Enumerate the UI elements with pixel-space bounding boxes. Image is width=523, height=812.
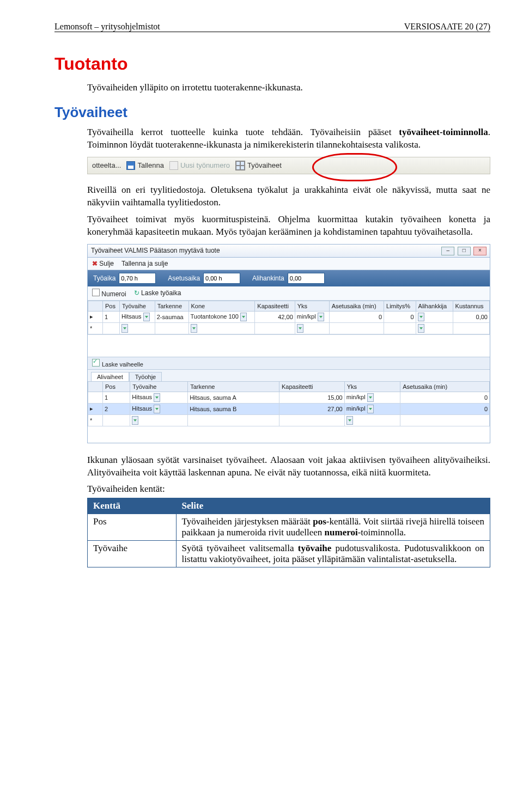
heading-tyovaiheet: Työvaiheet	[54, 104, 490, 121]
sulje-button[interactable]: ✖ Sulje	[92, 260, 114, 267]
laske-button[interactable]: ↻ Laske työaika	[134, 289, 181, 297]
col-kustannus[interactable]: Kustannus	[453, 301, 489, 311]
numeroi-button[interactable]: Numeroi	[92, 289, 126, 298]
chevron-down-icon[interactable]	[418, 313, 424, 321]
new-icon	[169, 161, 178, 170]
chevron-down-icon[interactable]	[121, 324, 128, 333]
cell-asetus[interactable]: 0	[400, 392, 490, 403]
cell-asetus[interactable]: 0	[329, 311, 384, 322]
renumber-icon	[92, 289, 100, 296]
tab-alivaiheet[interactable]: Alivaiheet	[91, 372, 129, 381]
text: -toiminnolla.	[358, 527, 406, 538]
header-left: Lemonsoft – yritysohjelmistot	[54, 22, 160, 32]
alihankinta-input[interactable]	[288, 273, 325, 284]
cell-tyovaihe[interactable]: Hitsaus	[132, 405, 152, 411]
chevron-down-icon[interactable]	[346, 416, 353, 425]
close-icon: ✖	[92, 260, 98, 267]
table-row[interactable]: ▸ 2 Hitsaus Hitsaus, sauma B 27,00 min/k…	[88, 403, 490, 414]
fields-header-kentta: Kenttä	[88, 498, 177, 514]
cell-tyovaihe[interactable]: Hitsaus	[132, 393, 152, 400]
cell-tarkenne[interactable]: Hitsaus, sauma B	[188, 403, 279, 414]
max-button[interactable]: □	[458, 247, 471, 255]
chevron-down-icon[interactable]	[154, 393, 160, 402]
asetusaika-input[interactable]	[203, 273, 240, 284]
col-kapasiteetti[interactable]: Kapasiteetti	[255, 301, 295, 311]
chevron-down-icon[interactable]	[154, 405, 160, 413]
fields-cell-kentta: Työvaihe	[88, 541, 177, 567]
tyoaika-label: Työaika	[93, 274, 115, 282]
col-pos[interactable]: Pos	[103, 301, 120, 311]
col-tarkenne[interactable]: Tarkenne	[188, 381, 279, 392]
col-kapasiteetti[interactable]: Kapasiteetti	[279, 381, 345, 392]
table-row-empty[interactable]: *	[88, 322, 490, 334]
col-tyovaihe[interactable]: Työvaihe	[119, 301, 155, 311]
cell-tarkenne[interactable]: Hitsaus, sauma A	[188, 392, 279, 403]
chevron-down-icon[interactable]	[418, 324, 424, 333]
table-header-row: Pos Työvaihe Tarkenne Kone Kapasiteetti …	[88, 301, 490, 311]
cell-kust[interactable]: 0,00	[453, 311, 489, 322]
cell-pos[interactable]: 2	[103, 403, 130, 414]
chevron-down-icon[interactable]	[318, 313, 324, 321]
window-titlebar: Työvaiheet VALMIS Päätason myytävä tuote…	[88, 245, 490, 258]
tallenna-button[interactable]: Tallenna	[126, 161, 163, 170]
chevron-down-icon[interactable]	[367, 405, 374, 413]
cell-kone[interactable]: Tuotantokone 100	[191, 313, 239, 319]
cell-yks[interactable]: min/kpl	[346, 393, 366, 400]
cell-kap[interactable]: 27,00	[279, 403, 345, 414]
cell-pos[interactable]: 1	[103, 392, 130, 403]
chevron-down-icon[interactable]	[143, 313, 150, 321]
col-asetusaika[interactable]: Asetusaika (min)	[400, 381, 490, 392]
intro-paragraph: Työvaiheiden ylläpito on irrotettu tuote…	[87, 82, 490, 94]
checkbox-icon[interactable]	[92, 359, 100, 367]
toolbar-screenshot: otteelta... Tallenna Uusi työnumero Työv…	[87, 157, 490, 174]
text-bold: pos	[313, 516, 326, 527]
alihankinta-label: Alihankinta	[252, 274, 284, 282]
chevron-down-icon[interactable]	[367, 393, 374, 402]
tallenna-label: Tallenna	[137, 161, 163, 169]
cell-kap[interactable]: 15,00	[279, 392, 345, 403]
col-yks[interactable]: Yks	[295, 301, 329, 311]
tyovaiheet-button[interactable]: Työvaiheet	[235, 161, 282, 170]
tyoaika-input[interactable]	[119, 273, 156, 284]
save-icon	[126, 161, 135, 170]
cell-kap[interactable]: 42,00	[255, 311, 295, 322]
col-tarkenne[interactable]: Tarkenne	[155, 301, 188, 311]
header-right: VERSIOSAATE 20 (27)	[404, 22, 490, 32]
tyovaiheet-label: Työvaiheet	[247, 161, 282, 169]
chevron-down-icon[interactable]	[132, 416, 138, 425]
col-alihankkija[interactable]: Alihankkija	[416, 301, 453, 311]
p1-text-a: Työvaiheilla kerrot tuotteelle kuinka tu…	[87, 127, 399, 137]
col-asetusaika[interactable]: Asetusaika (min)	[329, 301, 384, 311]
col-limitys[interactable]: Limitys%	[384, 301, 416, 311]
tallenna-sulje-button[interactable]: Tallenna ja sulje	[121, 260, 168, 267]
laske-vaiheelle-bar: Laske vaiheelle	[88, 357, 490, 370]
col-kone[interactable]: Kone	[188, 301, 255, 311]
min-button[interactable]: –	[441, 247, 454, 255]
chevron-down-icon[interactable]	[191, 324, 197, 333]
calc-icon: ↻	[134, 289, 139, 297]
cell-tyovaihe[interactable]: Hitsaus	[121, 313, 142, 319]
sub-phases-table: Pos Työvaihe Tarkenne Kapasiteetti Yks A…	[88, 381, 490, 426]
cell-yks[interactable]: min/kpl	[297, 313, 316, 319]
fields-cell-kentta: Pos	[88, 514, 177, 541]
chevron-down-icon[interactable]	[297, 324, 303, 333]
laske-vaiheelle-label[interactable]: Laske vaiheelle	[102, 361, 143, 368]
cell-asetus[interactable]: 0	[400, 403, 490, 414]
fields-row-pos: Pos Työvaiheiden järjestyksen määräät po…	[88, 514, 490, 541]
close-button[interactable]: ×	[473, 247, 486, 255]
cell-limitys[interactable]: 0	[384, 311, 416, 322]
table-row-empty[interactable]: *	[88, 414, 490, 426]
col-pos[interactable]: Pos	[103, 381, 130, 392]
col-tyovaihe[interactable]: Työvaihe	[130, 381, 188, 392]
laske-label: Laske työaika	[141, 289, 181, 297]
col-yks[interactable]: Yks	[344, 381, 400, 392]
uusi-tyonumero-button[interactable]: Uusi työnumero	[169, 161, 230, 170]
heading-tuotanto: Tuotanto	[54, 54, 490, 74]
chevron-down-icon[interactable]	[240, 313, 247, 321]
table-row[interactable]: 1 Hitsaus Hitsaus, sauma A 15,00 min/kpl…	[88, 392, 490, 403]
table-row[interactable]: ▸ 1 Hitsaus 2-saumaa Tuotantokone 100 42…	[88, 311, 490, 322]
tab-tyoohje[interactable]: Työohje	[129, 372, 162, 381]
cell-yks[interactable]: min/kpl	[346, 405, 366, 411]
cell-pos[interactable]: 1	[103, 311, 120, 322]
cell-tarkenne[interactable]: 2-saumaa	[155, 311, 188, 322]
